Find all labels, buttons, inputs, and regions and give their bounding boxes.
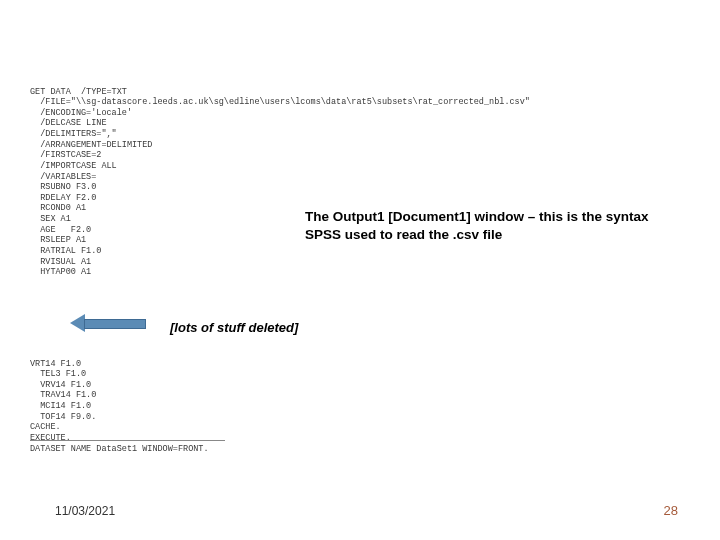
- deleted-note: [lots of stuff deleted]: [170, 320, 298, 335]
- output-caption: The Output1 [Document1] window – this is…: [305, 208, 685, 243]
- arrow-head: [70, 314, 85, 332]
- footer-date: 11/03/2021: [55, 504, 115, 518]
- arrow-left-icon: [70, 314, 150, 332]
- arrow-shaft: [84, 319, 146, 329]
- code-underline: [30, 440, 225, 441]
- spss-syntax-top: GET DATA /TYPE=TXT /FILE="\\sg-datascore…: [30, 87, 530, 278]
- slide-container: GET DATA /TYPE=TXT /FILE="\\sg-datascore…: [0, 0, 720, 540]
- footer-page-number: 28: [664, 503, 678, 518]
